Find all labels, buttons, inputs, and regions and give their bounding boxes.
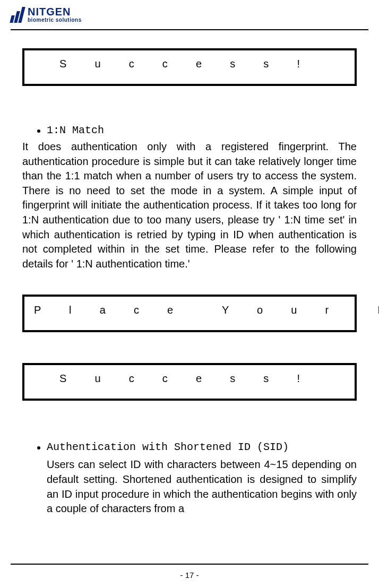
bullet-1n-match: 1:N Match xyxy=(22,124,357,136)
logo-icon xyxy=(11,7,23,23)
brand-name: NITGEN xyxy=(28,6,82,17)
brand-block: NITGEN biometric solutions xyxy=(28,6,82,23)
paragraph-sid: Users can select ID with characters betw… xyxy=(22,457,357,516)
footer-divider xyxy=(11,564,368,565)
page-number: - 17 - xyxy=(0,570,379,580)
paragraph-1n-match: It does authentication only with a regis… xyxy=(22,140,357,271)
lcd-display-success-1: S u c c e s s ! xyxy=(22,48,357,86)
lcd-display-place-fp: P l a c e Y o u r F P xyxy=(22,295,357,332)
brand-tagline: biometric solutions xyxy=(28,18,82,23)
lcd-display-success-2: S u c c e s s ! xyxy=(22,363,357,401)
header: NITGEN biometric solutions xyxy=(0,6,379,27)
section-title-sid: Authentication with Shortened ID (SID) xyxy=(47,441,289,453)
section-title-1n-match: 1:N Match xyxy=(47,124,104,136)
content-area: S u c c e s s ! 1:N Match It does authen… xyxy=(0,30,379,516)
bullet-icon xyxy=(37,446,40,449)
bullet-icon xyxy=(37,129,40,133)
bullet-sid: Authentication with Shortened ID (SID) xyxy=(22,441,357,453)
